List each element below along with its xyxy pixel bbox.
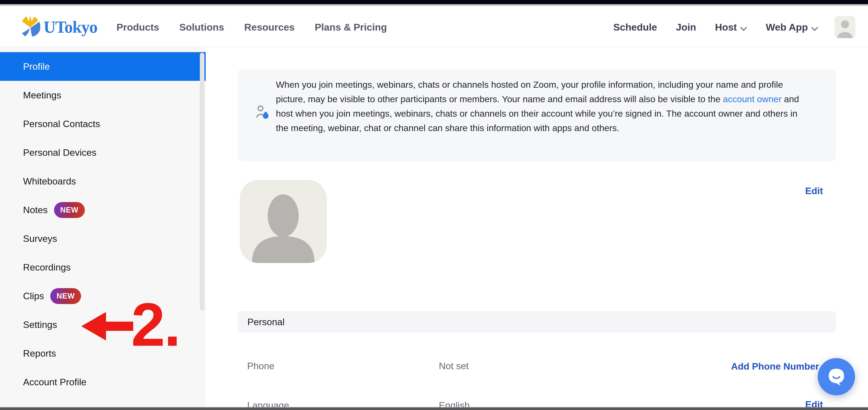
account-nav: Schedule Join Host Web App	[604, 16, 856, 38]
personal-section-title: Personal	[247, 317, 285, 327]
nav-host-label: Host	[715, 21, 737, 33]
sidebar-item-label: Account Profile	[23, 377, 87, 387]
sidebar-item-whiteboards[interactable]: Whiteboards	[0, 167, 206, 196]
nav-plans-pricing[interactable]: Plans & Pricing	[305, 21, 397, 33]
sidebar-item-label: Personal Devices	[23, 147, 96, 158]
nav-join[interactable]: Join	[666, 21, 706, 33]
profile-content: When you join meetings, webinars, chats …	[206, 47, 868, 407]
nav-schedule-label: Schedule	[613, 21, 657, 33]
sidebar-item-label: Surveys	[23, 233, 57, 244]
nav-schedule[interactable]: Schedule	[604, 21, 666, 33]
sidebar-item-recordings[interactable]: Recordings	[0, 253, 206, 282]
utokyo-wordmark: UTokyo	[43, 18, 97, 37]
nav-solutions[interactable]: Solutions	[169, 21, 234, 33]
zoom-web-portal: UTokyo Products Solutions Resources Plan…	[0, 0, 868, 410]
sidebar-item-label: Recordings	[23, 262, 71, 273]
phone-value: Not set	[439, 360, 469, 372]
primary-nav: Products Solutions Resources Plans & Pri…	[106, 21, 397, 33]
chevron-down-icon	[740, 22, 747, 34]
sidebar-item-label: Personal Contacts	[23, 119, 100, 129]
sidebar-item-label: Settings	[23, 319, 57, 330]
new-badge: NEW	[54, 202, 85, 218]
privacy-notice-text: When you join meetings, webinars, chats …	[276, 77, 809, 135]
sidebar-item-surveys[interactable]: Surveys	[0, 224, 206, 253]
browser-chrome-top-strip	[0, 0, 868, 6]
profile-picture[interactable]	[240, 180, 327, 263]
sidebar-scrollbar[interactable]	[200, 53, 205, 310]
utokyo-logo[interactable]: UTokyo	[20, 15, 97, 39]
sidebar-item-account-profile[interactable]: Account Profile	[0, 368, 206, 397]
utokyo-ginkgo-icon	[20, 15, 40, 39]
sidebar-item-meetings[interactable]: Meetings	[0, 81, 206, 109]
sidebar-item-label: Whiteboards	[23, 176, 76, 187]
chat-widget-button[interactable]	[818, 358, 855, 395]
phone-label: Phone	[247, 360, 274, 372]
sidebar-item-label: Clips	[23, 291, 44, 302]
person-icon	[835, 16, 856, 38]
nav-resources[interactable]: Resources	[234, 21, 305, 33]
sidebar-item-label: Notes	[23, 204, 48, 216]
annotation-arrow-icon	[81, 312, 133, 341]
privacy-notice-card: When you join meetings, webinars, chats …	[238, 69, 836, 161]
sidebar-item-label: Meetings	[23, 90, 61, 101]
sidebar-item-personal-contacts[interactable]: Personal Contacts	[0, 109, 206, 138]
profile-edit-link[interactable]: Edit	[805, 186, 823, 196]
nav-host-dropdown[interactable]: Host	[706, 21, 756, 34]
browser-chrome-bottom-strip	[0, 407, 868, 410]
add-phone-number-link[interactable]: Add Phone Number	[731, 361, 819, 372]
language-edit-link[interactable]: Edit	[805, 399, 823, 407]
sidebar-item-label: Profile	[23, 61, 50, 72]
sidebar-item-label: Reports	[23, 348, 56, 359]
new-badge: NEW	[50, 288, 81, 304]
nav-products[interactable]: Products	[106, 21, 169, 33]
nav-web-app-dropdown[interactable]: Web App	[756, 21, 827, 34]
sidebar-item-profile[interactable]: Profile	[0, 52, 206, 81]
language-label: Language	[247, 400, 289, 407]
chevron-down-icon	[811, 22, 818, 34]
person-privacy-icon	[256, 105, 270, 121]
person-silhouette-icon	[240, 180, 327, 263]
account-avatar[interactable]	[835, 16, 856, 38]
nav-web-app-label: Web App	[766, 21, 808, 33]
sidebar-item-personal-devices[interactable]: Personal Devices	[0, 138, 206, 167]
language-value: English	[439, 400, 470, 407]
annotation-step-number: 2.	[131, 294, 180, 355]
personal-section-header: Personal	[238, 311, 836, 333]
top-nav: UTokyo Products Solutions Resources Plan…	[0, 7, 868, 47]
privacy-text-before: When you join meetings, webinars, chats …	[276, 80, 783, 104]
account-owner-link[interactable]: account owner	[723, 94, 781, 104]
nav-join-label: Join	[676, 21, 696, 33]
chat-bubble-icon	[826, 367, 846, 386]
sidebar-item-notes[interactable]: Notes NEW	[0, 196, 206, 224]
